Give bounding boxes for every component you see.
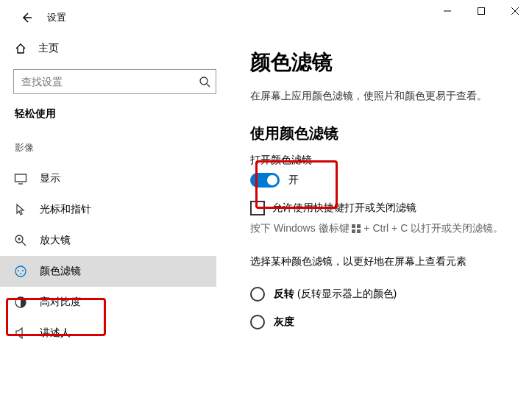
svg-point-6	[22, 270, 24, 271]
sidebar-subgroup-vision: 影像	[15, 141, 216, 154]
sidebar-item-label: 显示	[40, 172, 60, 185]
window-minimize-button[interactable]	[430, 0, 464, 22]
minimize-icon	[444, 7, 451, 15]
svg-rect-9	[352, 224, 355, 228]
radio-invert[interactable]: 反转 (反转显示器上的颜色)	[250, 280, 510, 308]
back-arrow-icon	[21, 12, 32, 24]
search-icon	[199, 69, 210, 94]
sidebar-group-ease-of-access: 轻松使用	[15, 107, 216, 121]
svg-rect-2	[15, 174, 26, 182]
search-box[interactable]	[13, 69, 216, 94]
sidebar-item-label: 颜色滤镜	[40, 265, 81, 278]
sidebar-item-narrator[interactable]: 讲述人	[0, 318, 216, 349]
radio-grayscale[interactable]: 灰度	[250, 308, 510, 336]
sidebar-item-label: 光标和指针	[40, 203, 91, 216]
sidebar-item-label: 高对比度	[40, 296, 81, 309]
window-close-button[interactable]	[498, 0, 532, 22]
high-contrast-icon	[13, 296, 28, 309]
window-maximize-button[interactable]	[464, 0, 498, 22]
display-icon	[13, 172, 28, 185]
home-label: 主页	[38, 42, 59, 55]
sidebar-item-high-contrast[interactable]: 高对比度	[0, 287, 216, 318]
radio-label: 反转 (反转显示器上的颜色)	[274, 288, 397, 301]
app-title: 设置	[47, 11, 66, 24]
svg-rect-11	[352, 229, 355, 233]
svg-point-1	[200, 77, 208, 85]
magnifier-icon	[13, 234, 28, 247]
svg-point-7	[20, 273, 21, 274]
cursor-icon	[13, 203, 28, 216]
home-nav-item[interactable]: 主页	[13, 35, 216, 62]
color-filter-toggle[interactable]	[250, 173, 280, 188]
home-icon	[13, 43, 28, 54]
main-content: 颜色滤镜 在屏幕上应用颜色滤镜，使照片和颜色更易于查看。 使用颜色滤镜 打开颜色…	[228, 35, 532, 403]
svg-point-4	[15, 266, 26, 277]
svg-rect-0	[478, 8, 485, 15]
svg-point-5	[18, 270, 19, 271]
sidebar-item-color-filters[interactable]: 颜色滤镜	[0, 256, 216, 287]
sidebar-item-cursor[interactable]: 光标和指针	[0, 194, 216, 225]
shortcut-checkbox[interactable]	[250, 201, 265, 215]
narrator-icon	[13, 327, 28, 340]
shortcut-hint: 按下 Windows 徽标键 + Ctrl + C 以打开或关闭滤镜。	[250, 220, 510, 236]
toggle-label: 打开颜色滤镜	[250, 154, 510, 167]
close-icon	[511, 7, 519, 15]
sidebar-item-display[interactable]: 显示	[0, 163, 216, 194]
sidebar-item-label: 放大镜	[40, 234, 71, 247]
choose-filter-label: 选择某种颜色滤镜，以更好地在屏幕上查看元素	[250, 255, 510, 268]
radio-circle-icon	[250, 315, 265, 329]
sidebar: 主页 轻松使用 影像 显示 光标和指针	[0, 35, 228, 403]
section-heading-use-filter: 使用颜色滤镜	[250, 124, 510, 143]
maximize-icon	[478, 7, 485, 15]
toggle-state-text: 开	[288, 174, 299, 187]
search-input[interactable]	[13, 69, 216, 94]
shortcut-checkbox-label: 允许使用快捷键打开或关闭滤镜	[272, 202, 416, 215]
back-button[interactable]	[15, 6, 38, 29]
page-description: 在屏幕上应用颜色滤镜，使照片和颜色更易于查看。	[250, 90, 510, 103]
page-title: 颜色滤镜	[250, 49, 510, 76]
windows-logo-icon	[352, 224, 361, 233]
sidebar-item-magnifier[interactable]: 放大镜	[0, 225, 216, 256]
radio-label: 灰度	[274, 315, 294, 329]
radio-circle-icon	[250, 287, 265, 302]
color-filters-icon	[13, 265, 28, 278]
sidebar-item-label: 讲述人	[40, 327, 71, 340]
